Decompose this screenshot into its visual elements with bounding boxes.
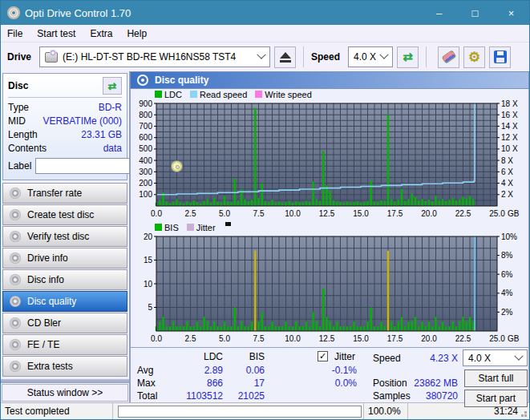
legend-bis: BIS	[155, 223, 179, 232]
toolbar: Drive (E:) HL-DT-ST BD-RE WH16NS58 TST4 …	[1, 42, 529, 71]
sidebar-item-label: Verify test disc	[27, 231, 89, 242]
speed-select[interactable]: 4.0 X	[348, 46, 393, 67]
sidebar-item-transfer-rate[interactable]: Transfer rate	[2, 183, 127, 204]
sidebar-item-disc-info[interactable]: Disc info	[2, 269, 127, 290]
avg-bis: 0.06	[216, 365, 265, 376]
svg-text:15: 15	[144, 256, 153, 265]
svg-text:5.0: 5.0	[219, 334, 230, 343]
svg-text:25.0: 25.0	[489, 209, 505, 218]
total-ldc: 1103512	[175, 390, 223, 402]
disc-icon	[10, 188, 21, 199]
bis-jitter-chart-svg: 201510510%8%6%4%2%0.02.55.07.510.012.515…	[131, 232, 530, 345]
save-button[interactable]	[489, 46, 511, 68]
svg-text:10: 10	[144, 280, 153, 289]
max-ldc: 866	[175, 378, 223, 389]
disc-length-row: Length23.31 GB	[8, 128, 122, 142]
drive-select[interactable]: (E:) HL-DT-ST BD-RE WH16NS58 TST4	[39, 46, 270, 67]
app-window: Opti Drive Control 1.70 – □ × File Start…	[0, 0, 530, 420]
legend-swatch-icon	[190, 91, 197, 98]
svg-text:800: 800	[139, 111, 152, 119]
svg-text:20.0: 20.0	[421, 209, 437, 218]
refresh-icon: ⇄	[403, 50, 413, 64]
elapsed-time: 31:24	[408, 403, 529, 419]
sidebar-item-label: FE / TE	[27, 339, 59, 350]
svg-text:17.5: 17.5	[387, 334, 403, 343]
disc-icon	[10, 231, 21, 242]
maximize-button[interactable]: □	[457, 1, 493, 25]
sidebar-item-disc-quality[interactable]: Disc quality	[2, 291, 127, 312]
page-title: Disc quality	[155, 75, 208, 86]
disc-icon	[10, 339, 21, 350]
speed-label: Speed	[311, 51, 340, 63]
disc-panel-title: Disc	[8, 80, 28, 91]
eject-button[interactable]	[274, 46, 296, 68]
start-full-button[interactable]: Start full	[464, 370, 528, 387]
titlebar: Opti Drive Control 1.70 – □ ×	[1, 1, 529, 25]
page-title-bar: Disc quality	[130, 71, 529, 89]
settings-button[interactable]: ⚙	[463, 46, 485, 68]
progress-percent: 100.0%	[364, 403, 408, 419]
disc-icon	[10, 361, 21, 372]
col-header-ldc: LDC	[175, 351, 223, 362]
sidebar-item-fe-te[interactable]: FE / TE	[2, 334, 127, 355]
sidebar-item-verify-test-disc[interactable]: Verify test disc	[2, 226, 127, 247]
eraser-icon	[441, 50, 456, 63]
ldc-chart-svg: 90080070060050040030020010018 X16 X14 X1…	[131, 99, 530, 220]
disc-icon	[10, 274, 21, 285]
sidebar-item-cd-bler[interactable]: CD Bler	[2, 313, 127, 333]
svg-text:600: 600	[139, 133, 152, 142]
status-text: Test completed	[1, 403, 113, 419]
status-window-button[interactable]: Status window >>	[2, 384, 128, 402]
svg-text:0.0: 0.0	[151, 209, 162, 218]
legend-write-speed: Write speed	[255, 90, 312, 99]
legend-swatch-icon	[255, 91, 262, 98]
menu-file[interactable]: File	[7, 28, 22, 39]
chart-top-legend: LDCRead speedWrite speed	[131, 89, 528, 99]
menu-extra[interactable]: Extra	[90, 28, 112, 39]
menu-help[interactable]: Help	[127, 28, 147, 39]
svg-text:10.0: 10.0	[285, 334, 301, 343]
erase-disc-button[interactable]	[438, 46, 459, 68]
svg-text:4 X: 4 X	[501, 179, 513, 188]
svg-text:22.5: 22.5	[455, 334, 471, 343]
sidebar-item-label: Transfer rate	[27, 188, 82, 199]
chart-zone: LDCRead speedWrite speed 900800700600500…	[130, 89, 529, 347]
test-speed-select[interactable]: 4.0 X	[463, 349, 528, 366]
resize-grip[interactable]	[524, 414, 527, 417]
svg-text:2%: 2%	[501, 308, 513, 317]
sidebar-item-extra-tests[interactable]: Extra tests	[2, 356, 127, 377]
disc-refresh-button[interactable]: ⇄	[103, 77, 122, 95]
jitter-checkbox[interactable]: ✓	[318, 351, 328, 361]
disc-info-panel: Disc ⇄ TypeBD-R MIDVERBATIMe (000) Lengt…	[2, 73, 127, 180]
sidebar-item-drive-info[interactable]: Drive info	[2, 248, 127, 269]
legend-swatch-icon	[155, 224, 162, 231]
drive-select-value: (E:) HL-DT-ST BD-RE WH16NS58 TST4	[63, 51, 236, 63]
minimize-button[interactable]: –	[421, 1, 457, 25]
speed-select-value: 4.0 X	[354, 51, 376, 63]
app-icon	[7, 6, 20, 19]
eject-icon	[280, 52, 291, 63]
refresh-button[interactable]: ⇄	[397, 46, 419, 68]
svg-text:22.5: 22.5	[455, 209, 471, 218]
window-title: Opti Drive Control 1.70	[25, 7, 131, 19]
svg-text:15.0: 15.0	[353, 334, 369, 343]
svg-text:20.0: 20.0	[421, 334, 437, 343]
svg-text:4%: 4%	[501, 289, 513, 297]
menu-start-test[interactable]: Start test	[37, 28, 75, 39]
disc-icon	[10, 252, 21, 264]
total-bis: 21025	[216, 390, 265, 402]
disc-type-row: TypeBD-R	[8, 101, 122, 115]
svg-text:14 X: 14 X	[501, 122, 518, 131]
black-marker	[225, 222, 231, 226]
svg-text:7.5: 7.5	[253, 334, 265, 343]
floppy-disk-icon	[494, 50, 507, 63]
sidebar-item-create-test-disc[interactable]: Create test disc	[2, 204, 127, 225]
disc-label-caption: Label	[8, 160, 31, 172]
speed-stat-value: 4.23 X	[395, 353, 458, 364]
drive-icon	[45, 52, 58, 63]
close-button[interactable]: ×	[493, 1, 529, 25]
chevron-down-icon	[257, 50, 265, 59]
toolbar-separator	[426, 46, 427, 67]
chevron-down-icon	[514, 351, 523, 360]
svg-text:0.0: 0.0	[151, 334, 162, 343]
